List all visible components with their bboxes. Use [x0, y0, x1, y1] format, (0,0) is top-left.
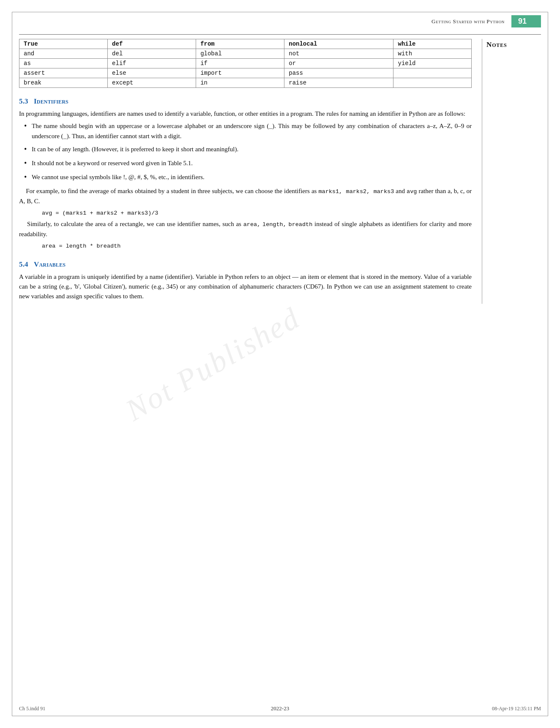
keyword-table: Truedeffromnonlocalwhileanddelglobalnotw… [19, 39, 472, 88]
list-item: •It can be of any length. (However, it i… [24, 145, 472, 155]
main-content: Truedeffromnonlocalwhileanddelglobalnotw… [19, 39, 541, 304]
page-header: Getting Started with Python 91 [19, 15, 541, 30]
bullet-dot-icon: • [24, 144, 32, 155]
page-border-right [548, 12, 548, 716]
bullet-dot-icon: • [24, 158, 32, 169]
header-title: Getting Started with Python [432, 18, 505, 25]
section-54-heading: 5.4 Variables [19, 260, 472, 269]
identifiers-bullet-list: •The name should begin with an uppercase… [24, 121, 472, 183]
list-item: •We cannot use special symbols like !, @… [24, 172, 472, 183]
section-54-intro: A variable in a program is uniquely iden… [19, 272, 472, 302]
header-separator [19, 34, 541, 35]
bullet-dot-icon: • [24, 172, 32, 183]
list-item: •The name should begin with an uppercase… [24, 121, 472, 142]
footer-year: 2022-23 [0, 705, 560, 712]
page-border-top [12, 12, 548, 12]
table-row: anddelglobalnotwith [19, 49, 472, 59]
code-block-area: area = length * breadth [42, 242, 472, 251]
section-53-example1: For example, to find the average of mark… [19, 186, 472, 206]
notes-title: Notes [486, 41, 507, 49]
table-row: aselififoryield [19, 59, 472, 68]
list-item: •It should not be a keyword or reserved … [24, 158, 472, 169]
page-border-bottom [12, 716, 548, 716]
section-53-intro: In programming languages, identifiers ar… [19, 109, 472, 119]
header-green-bar [533, 15, 541, 27]
table-row: assertelseimportpass [19, 68, 472, 78]
section-53-heading: 5.3 Identifiers [19, 97, 472, 106]
content-left: Truedeffromnonlocalwhileanddelglobalnotw… [19, 39, 482, 304]
section-53-example2: Similarly, to calculate the area of a re… [19, 219, 472, 239]
page-border-left [12, 12, 12, 716]
footer-file-info: Ch 5.indd 91 [19, 706, 45, 712]
table-row: breakexceptinraise [19, 78, 472, 88]
footer-date-info: 08-Apr-19 12:35:11 PM [492, 706, 541, 712]
table-row: Truedeffromnonlocalwhile [19, 39, 472, 49]
bullet-dot-icon: • [24, 120, 32, 132]
watermark: Not Published [120, 300, 306, 428]
header-page-number: 91 [511, 15, 533, 27]
code-block-avg: avg = (marks1 + marks2 + marks3)/3 [42, 209, 472, 218]
notes-column: Notes [482, 39, 541, 304]
